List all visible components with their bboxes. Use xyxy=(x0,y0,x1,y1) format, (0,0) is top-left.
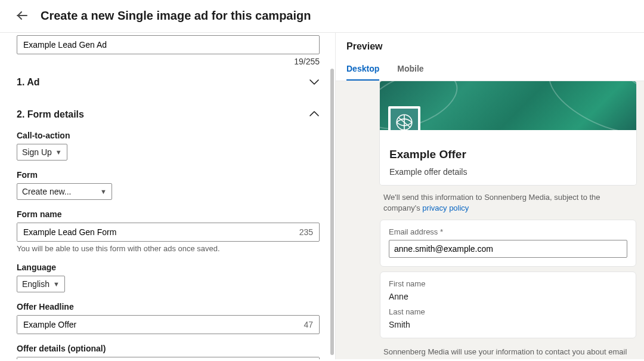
preview-column: Preview Desktop Mobile xyxy=(335,33,644,359)
caret-down-icon: ▼ xyxy=(55,149,62,156)
offer-details-field: Offer details (optional) Example offer d… xyxy=(17,344,320,359)
preview-offer-detail: Example offer details xyxy=(389,167,627,177)
preview-offer-headline: Example Offer xyxy=(389,148,627,161)
language-select[interactable]: English ▼ xyxy=(17,276,65,292)
form-name-field: Form name 235 You will be able to use th… xyxy=(17,209,320,253)
form-label: Form xyxy=(17,170,320,180)
language-field: Language English ▼ xyxy=(17,263,320,292)
offer-headline-input[interactable] xyxy=(17,316,298,334)
caret-down-icon: ▼ xyxy=(53,280,60,288)
chevron-down-icon xyxy=(309,78,320,87)
preview-title: Preview xyxy=(336,41,644,58)
privacy-notice: We'll send this information to Sonnenber… xyxy=(380,192,636,220)
cta-label: Call-to-action xyxy=(17,131,320,140)
preview-disclosure: Sonnenberg Media will use your informati… xyxy=(380,343,636,359)
preview-name-card: First name Anne Last name Smith xyxy=(380,271,636,338)
privacy-prefix: We'll send this information to Sonnenber… xyxy=(383,193,600,212)
cta-select-value: Sign Up xyxy=(22,147,52,157)
back-arrow-icon[interactable] xyxy=(14,8,29,23)
preview-tabs: Desktop Mobile xyxy=(336,58,644,81)
form-name-input[interactable] xyxy=(17,223,293,241)
ad-banner-image xyxy=(380,81,636,130)
ad-name-counter: 19/255 xyxy=(17,57,320,66)
section-form-details-toggle[interactable]: 2. Form details xyxy=(17,98,320,131)
preview-form-area: We'll send this information to Sonnenber… xyxy=(380,185,636,359)
chevron-up-icon xyxy=(309,110,320,119)
offer-headline-counter: 47 xyxy=(298,320,319,329)
preview-first-name-label: First name xyxy=(389,279,627,288)
section-ad-label: 1. Ad xyxy=(17,77,40,88)
offer-headline-label: Offer Headline xyxy=(17,302,320,311)
tab-mobile[interactable]: Mobile xyxy=(397,58,423,81)
form-name-hint: You will be able to use this form with o… xyxy=(17,244,320,253)
form-name-label: Form name xyxy=(17,209,320,219)
preview-email-label: Email address * xyxy=(389,227,627,236)
page-title: Create a new Single image ad for this ca… xyxy=(41,9,311,23)
preview-email-input[interactable] xyxy=(389,240,627,258)
tab-desktop[interactable]: Desktop xyxy=(346,58,379,81)
offer-headline-field: Offer Headline 47 xyxy=(17,302,320,334)
ad-preview-card: Example Offer Example offer details xyxy=(380,81,636,185)
form-field: Form Create new... ▼ xyxy=(17,170,320,200)
preview-first-name-value: Anne xyxy=(389,292,627,301)
section-form-details-label: 2. Form details xyxy=(17,109,84,120)
form-select[interactable]: Create new... ▼ xyxy=(17,183,112,200)
offer-details-textarea[interactable]: Example offer details xyxy=(17,357,319,359)
page-header: Create a new Single image ad for this ca… xyxy=(0,0,644,33)
caret-down-icon: ▼ xyxy=(100,188,107,195)
offer-details-label: Offer details (optional) xyxy=(17,344,320,353)
ad-name-input[interactable] xyxy=(17,35,320,54)
cta-select[interactable]: Sign Up ▼ xyxy=(17,144,67,161)
language-label: Language xyxy=(17,263,320,272)
preview-last-name-value: Smith xyxy=(389,320,627,329)
cta-field: Call-to-action Sign Up ▼ xyxy=(17,131,320,161)
preview-last-name-label: Last name xyxy=(389,307,627,316)
privacy-policy-link[interactable]: privacy policy xyxy=(422,203,469,212)
form-name-counter: 235 xyxy=(293,227,319,237)
preview-email-card: Email address * xyxy=(380,220,636,267)
section-ad-toggle[interactable]: 1. Ad xyxy=(17,66,320,98)
preview-canvas: Example Offer Example offer details We'l… xyxy=(336,81,644,359)
language-select-value: English xyxy=(22,279,49,289)
form-select-value: Create new... xyxy=(22,187,72,196)
editor-column: 19/255 1. Ad 2. Form details Call-to-act… xyxy=(0,33,335,359)
company-logo xyxy=(388,106,420,130)
